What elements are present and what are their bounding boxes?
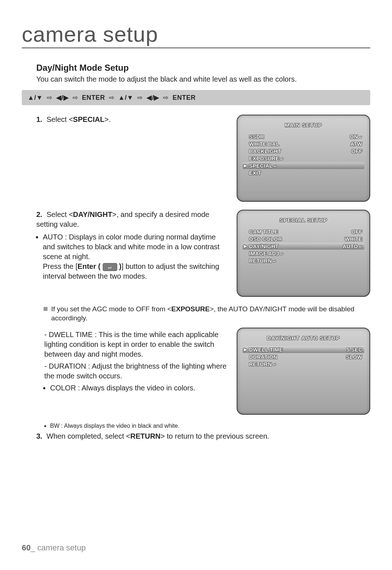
press-a: Press the [ [43,262,78,270]
step-1-text-a: Select < [46,115,73,123]
osd-item-duration[interactable]: DURATIONSLOW [242,353,364,360]
press-c: ) [119,262,122,270]
arrow-right-icon: ⇨ [163,94,169,101]
step-1-text-c: >. [105,115,111,123]
enter-icon: ↵ [274,164,277,168]
osd-title: SPECIAL SETUP [242,217,364,223]
step-3-text-c: > to return to the previous screen. [160,432,269,440]
osd-item-return[interactable]: RETURN↵ [242,361,364,368]
osd-item-daynight[interactable]: DAY/NIGHTAUTO↵ [242,243,364,250]
osd-item-return[interactable]: RETURN↵ [242,257,364,264]
osd-item-exposure[interactable]: EXPOSURE↵ [242,155,364,162]
intro-text: You can switch the mode to adjust the bl… [36,75,370,83]
page-number: 60 [22,543,30,552]
footer-label: camera setup [37,543,86,552]
bullet-auto: AUTO : Displays in color mode during nor… [43,232,228,281]
arrow-right-icon: ⇨ [109,94,115,101]
arrow-right-icon: ⇨ [137,94,143,101]
step-1-special: SPECIAL [73,115,105,123]
osd-special-setup: SPECIAL SETUP CAM TITLEOFF OSD COLORWHIT… [237,210,370,297]
enter-icon: ↵ [280,157,283,161]
enter-icon: ↵ [273,362,276,367]
nav-leftright-icon: ◀/▶ [56,94,69,101]
osd-item-dwelltime[interactable]: DWELL TIME5 SEC [242,346,364,353]
step-1-number: 1. [36,115,42,123]
nav-enter: ENTER [82,94,105,101]
enter-icon: ↵ [359,245,362,249]
osd-item-whitebal[interactable]: WHITE BALATW [242,140,364,147]
step-3-return: RETURN [130,432,160,440]
enter-icon: ↵ [359,135,362,139]
page-footer: 60_ camera setup [22,543,86,553]
osd-item-imageadj[interactable]: IMAGE ADJ↵ [242,250,364,257]
dash-duration: DURATION : Adjust the brightness of the … [44,361,228,381]
page-title: camera setup [22,22,370,48]
osd-item-special[interactable]: SPECIAL↵ [242,162,364,169]
step-3-text-a: When completed, select < [46,432,130,440]
agc-note: If you set the AGC mode to OFF from <EXP… [44,305,370,323]
nav-leftright-icon: ◀/▶ [147,94,159,101]
osd-item-backlight[interactable]: BACKLIGHTOFF [242,148,364,155]
osd-item-exit[interactable]: EXIT [242,169,364,176]
step-2-number: 2. [36,210,42,218]
dash-dwell-time: DWELL TIME : This is the time while each… [44,330,228,359]
note-marker-icon [44,307,48,311]
bullet-bw: BW : Always displays the video in black … [50,423,370,429]
osd-item-ssdr[interactable]: SSDRON↵ [242,133,364,140]
nav-updown-icon: ▲/▼ [118,94,134,101]
step-2-daynight: DAY/NIGHT [73,210,112,218]
osd-item-camtitle[interactable]: CAM TITLEOFF [242,228,364,235]
step-3-number: 3. [36,432,42,440]
arrow-right-icon: ⇨ [47,94,53,101]
step-2-text-a: Select < [46,210,73,218]
osd-main-setup: MAIN SETUP SSDRON↵ WHITE BALATW BACKLIGH… [237,115,370,202]
osd-title: MAIN SETUP [242,122,364,128]
enter-key-icon: ↵ [103,263,117,271]
osd-item-osdcolor[interactable]: OSD COLORWHITE [242,235,364,242]
osd-title: DAY/NIGHT AUTO SETUP [242,335,364,341]
enter-icon: ↵ [273,259,276,263]
nav-enter: ENTER [172,94,196,101]
osd-daynight-auto-setup: DAY/NIGHT AUTO SETUP DWELL TIME5 SEC DUR… [237,328,370,415]
section-heading: Day/Night Mode Setup [36,63,370,73]
footer-sep: _ [30,543,37,552]
enter-icon: ↵ [280,252,283,256]
bullet-color: COLOR : Always displays the video in col… [50,383,228,393]
nav-updown-icon: ▲/▼ [28,94,43,101]
arrow-right-icon: ⇨ [73,94,78,101]
press-enter-label: Enter ( [78,262,101,270]
nav-sequence-bar: ▲/▼ ⇨ ◀/▶ ⇨ ENTER ⇨ ▲/▼ ⇨ ◀/▶ ⇨ ENTER [22,90,370,105]
